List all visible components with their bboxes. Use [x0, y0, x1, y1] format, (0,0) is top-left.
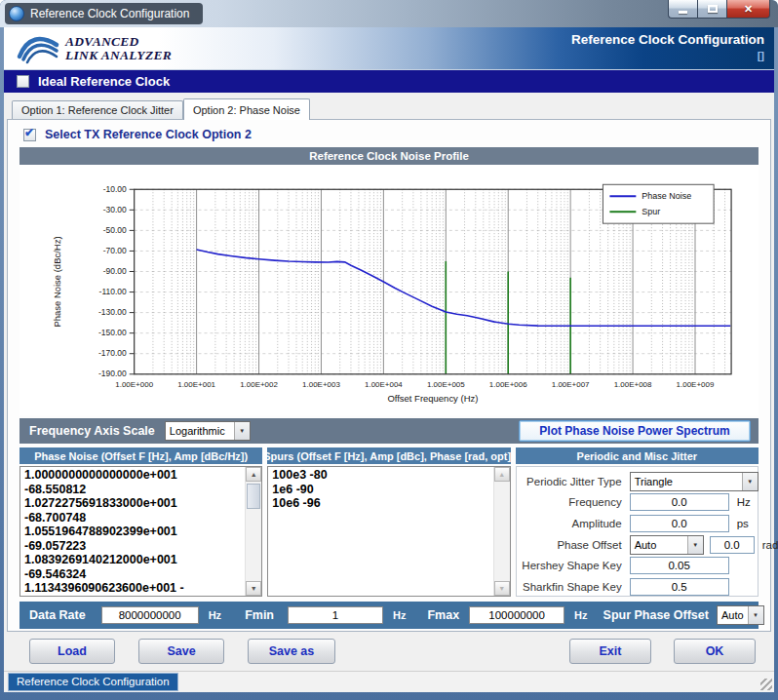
- window-title: Reference Clock Configuration: [30, 7, 189, 20]
- tab-strip: Option 1: Reference Clock Jitter Option …: [12, 97, 774, 119]
- svg-text:1.00E+009: 1.00E+009: [677, 380, 715, 389]
- chevron-down-icon: ▼: [748, 606, 763, 624]
- svg-text:-10.00: -10.00: [103, 184, 127, 194]
- page-title: Reference Clock Configuration: [571, 32, 764, 47]
- footer-button-bar: Load Save Save as Exit OK: [4, 632, 774, 671]
- svg-text:-190.00: -190.00: [98, 369, 127, 378]
- periodic-misc-jitter-header: Periodic and Misc Jitter: [516, 447, 759, 464]
- close-button[interactable]: ✕: [726, 0, 770, 19]
- amplitude-row: Amplitude ps: [519, 515, 752, 533]
- periodic-jitter-type-select[interactable]: Triangle ▼: [630, 472, 759, 491]
- tab-option1-reference-clock-jitter[interactable]: Option 1: Reference Clock Jitter: [12, 100, 183, 119]
- phase-offset-label: Phase Offset: [519, 539, 622, 551]
- ideal-reference-clock-checkbox[interactable]: [17, 75, 29, 88]
- spur-phase-offset-value: Auto: [718, 609, 748, 621]
- frequency-field[interactable]: [630, 493, 729, 511]
- three-column-section: Phase Noise (Offset F [Hz], Amp [dBc/Hz]…: [19, 447, 759, 597]
- reference-clock-configuration-window: Reference Clock Configuration ✕ ADVANCED…: [0, 0, 778, 700]
- fmax-field[interactable]: [469, 606, 564, 624]
- tab-option2-phase-noise[interactable]: Option 2: Phase Noise: [183, 98, 310, 120]
- fmin-field[interactable]: [288, 606, 383, 624]
- phase-noise-tab-panel: ✔ Select TX Reference Clock Option 2 Ref…: [7, 119, 771, 632]
- noise-profile-header: Reference Clock Noise Profile: [19, 147, 759, 165]
- title-pill: Reference Clock Configuration: [5, 3, 203, 24]
- scroll-down-icon[interactable]: ▼: [246, 581, 261, 596]
- sharkfin-shape-key-label: Sharkfin Shape Key: [519, 581, 622, 593]
- frequency-axis-scale-bar: Frequency Axis Scale Logarithmic ▼ Plot …: [19, 418, 759, 444]
- logo-swoosh-icon: [16, 33, 60, 64]
- spur-phase-offset-select[interactable]: Auto ▼: [717, 605, 764, 625]
- select-tx-reference-clock-option2-checkbox[interactable]: ✔: [23, 129, 36, 141]
- frequency-axis-scale-value: Logarithmic: [166, 425, 234, 437]
- page-subtitle: []: [571, 50, 764, 61]
- chevron-down-icon: ▼: [234, 422, 250, 440]
- spurs-text: 100e3 -80 1e6 -90 10e6 -96: [268, 467, 491, 596]
- svg-text:-70.00: -70.00: [103, 246, 127, 255]
- window-controls: ✕: [668, 0, 770, 19]
- close-icon: ✕: [744, 3, 753, 16]
- scroll-down-icon[interactable]: ▼: [494, 581, 510, 596]
- logo-text: ADVANCED LINK ANALYZER: [65, 35, 172, 62]
- phase-offset-select-value: Auto: [631, 539, 687, 551]
- fmax-unit: Hz: [574, 609, 587, 621]
- svg-text:Offset Frequency (Hz): Offset Frequency (Hz): [387, 393, 478, 404]
- minimize-button[interactable]: [668, 0, 697, 19]
- client-area: ADVANCED LINK ANALYZER Reference Clock C…: [4, 27, 774, 692]
- banner-right: Reference Clock Configuration []: [571, 32, 764, 61]
- svg-text:1.00E+003: 1.00E+003: [302, 380, 340, 389]
- select-option-row: ✔ Select TX Reference Clock Option 2: [8, 120, 770, 147]
- load-button[interactable]: Load: [29, 639, 115, 664]
- header-banner: ADVANCED LINK ANALYZER Reference Clock C…: [4, 27, 774, 70]
- svg-text:1.00E+006: 1.00E+006: [489, 380, 527, 389]
- amplitude-field[interactable]: [630, 515, 729, 532]
- svg-text:1.00E+000: 1.00E+000: [115, 380, 153, 389]
- title-bar: Reference Clock Configuration ✕: [0, 0, 778, 27]
- exit-button[interactable]: Exit: [569, 639, 651, 664]
- logo-line1: ADVANCED: [65, 35, 172, 49]
- svg-text:1.00E+007: 1.00E+007: [552, 380, 590, 389]
- frequency-axis-scale-select[interactable]: Logarithmic ▼: [165, 421, 251, 441]
- hershey-shape-key-field[interactable]: [630, 557, 729, 574]
- scroll-up-icon[interactable]: ▲: [246, 467, 261, 482]
- frequency-row: Frequency Hz: [519, 493, 752, 512]
- data-rate-field[interactable]: [101, 606, 199, 624]
- chevron-down-icon: ▼: [742, 473, 758, 490]
- scroll-up-icon[interactable]: ▲: [494, 467, 510, 482]
- frequency-unit: Hz: [737, 496, 751, 508]
- phase-noise-textarea[interactable]: 1.0000000000000000e+001 -68.550812 1.027…: [19, 466, 262, 597]
- fmin-label: Fmin: [245, 608, 274, 622]
- data-rate-unit: Hz: [209, 609, 221, 621]
- sharkfin-shape-key-field[interactable]: [630, 578, 729, 596]
- resize-grip[interactable]: [760, 679, 772, 690]
- spurs-textarea[interactable]: 100e3 -80 1e6 -90 10e6 -96 ▲ ▼: [267, 466, 510, 597]
- spurs-scrollbar[interactable]: ▲ ▼: [493, 467, 510, 596]
- fmax-label: Fmax: [427, 608, 459, 622]
- hershey-shape-key-label: Hershey Shape Key: [519, 560, 622, 571]
- svg-text:-170.00: -170.00: [98, 348, 127, 358]
- svg-text:-50.00: -50.00: [103, 225, 127, 235]
- maximize-icon: [708, 5, 718, 13]
- phase-offset-select[interactable]: Auto ▼: [630, 535, 704, 555]
- checkmark-icon: ✔: [24, 126, 34, 139]
- save-button[interactable]: Save: [138, 639, 224, 664]
- spurs-header: Spurs (Offset F [Hz], Amp [dBc], Phase […: [267, 447, 510, 464]
- save-as-button[interactable]: Save as: [248, 639, 335, 664]
- svg-text:-150.00: -150.00: [98, 328, 127, 337]
- ideal-reference-clock-label: Ideal Reference Clock: [38, 74, 170, 89]
- phase-noise-scrollbar[interactable]: ▲ ▼: [245, 467, 261, 596]
- phase-noise-header: Phase Noise (Offset F [Hz], Amp [dBc/Hz]…: [19, 447, 262, 464]
- svg-text:Phase Noise: Phase Noise: [642, 191, 691, 201]
- amplitude-label: Amplitude: [519, 518, 622, 529]
- scrollbar-thumb[interactable]: [247, 484, 260, 509]
- svg-text:1.00E+008: 1.00E+008: [614, 380, 652, 389]
- periodic-misc-jitter-panel: Periodic Jitter Type Triangle ▼ Frequenc…: [516, 466, 759, 597]
- noise-profile-chart: -10.00-30.00-50.00-70.00-90.00-110.00-13…: [19, 165, 760, 415]
- ok-button[interactable]: OK: [674, 639, 756, 664]
- periodic-jitter-type-value: Triangle: [631, 476, 742, 487]
- plot-phase-noise-power-spectrum-button[interactable]: Plot Phase Noise Power Spectrum: [519, 420, 751, 442]
- svg-text:-130.00: -130.00: [98, 307, 127, 317]
- phase-noise-column: Phase Noise (Offset F [Hz], Amp [dBc/Hz]…: [19, 447, 262, 597]
- svg-text:Phase Noise (dBc/Hz): Phase Noise (dBc/Hz): [52, 236, 62, 327]
- maximize-button[interactable]: [697, 0, 726, 19]
- phase-offset-field[interactable]: [710, 536, 755, 554]
